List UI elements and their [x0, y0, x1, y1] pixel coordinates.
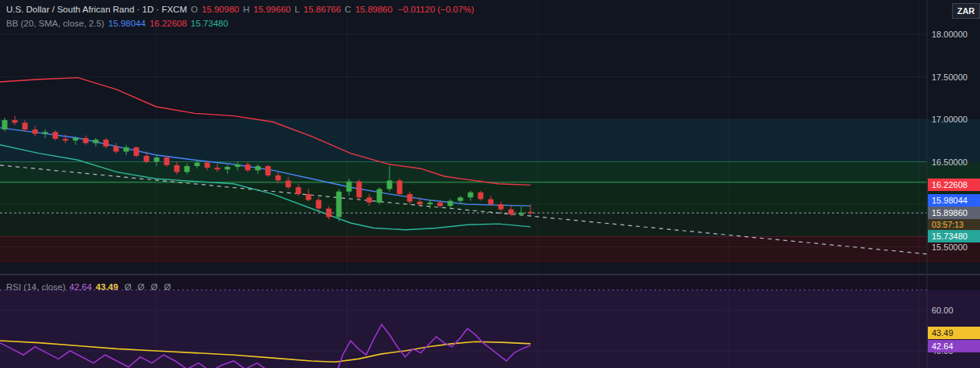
open-label: O	[191, 5, 198, 14]
chart-overlay: U.S. Dollar / South African Rand · 1D · …	[0, 0, 980, 368]
rsi-badge-rsi: 42.64	[928, 340, 980, 352]
bb-basis-value: 15.98044	[108, 19, 146, 28]
price-axis-tick: 17.50000	[932, 72, 968, 83]
rsi-hidden-value-icon: Ø	[164, 282, 171, 292]
change-value: −0.01120 (−0.07%)	[398, 5, 474, 14]
price-badge-bb-upper: 16.22608	[928, 179, 980, 191]
bb-lower-value: 15.73480	[191, 19, 228, 28]
rsi-ma-value: 43.49	[96, 282, 118, 292]
price-axis-tick: 18.00000	[932, 29, 968, 40]
rsi-hidden-value-icon: Ø	[151, 282, 158, 292]
symbol-legend[interactable]: U.S. Dollar / South African Rand · 1D · …	[6, 5, 474, 14]
low-label: L	[294, 5, 299, 14]
price-axis-tick: 16.50000	[932, 157, 968, 168]
price-axis-currency-label[interactable]: ZAR	[952, 3, 980, 19]
high-value: 15.99660	[253, 5, 291, 14]
price-badge-bb-basis: 15.98044	[928, 194, 980, 207]
bb-indicator-legend[interactable]: BB (20, SMA, close, 2.5) 15.98044 16.226…	[6, 19, 228, 28]
bb-upper-value: 16.22608	[150, 19, 187, 28]
rsi-label[interactable]: RSI (14, close)	[6, 282, 65, 292]
last-price-countdown: 03:57:13	[928, 219, 980, 230]
low-value: 15.86766	[304, 5, 341, 14]
rsi-hidden-value-icon: Ø	[138, 282, 145, 292]
rsi-axis-tick: 60.00	[932, 305, 954, 316]
close-value: 15.89860	[355, 5, 393, 14]
price-axis-tick: 17.00000	[932, 114, 968, 125]
price-badge-bb-lower: 15.73480	[928, 230, 980, 242]
price-axis-tick: 15.50000	[932, 242, 968, 253]
chart-window: U.S. Dollar / South African Rand · 1D · …	[0, 0, 980, 368]
rsi-hidden-value-icon: Ø	[125, 282, 132, 292]
bb-label[interactable]: BB (20, SMA, close, 2.5)	[6, 19, 104, 28]
rsi-indicator-legend[interactable]: RSI (14, close) 42.64 43.49 Ø Ø Ø Ø	[6, 282, 171, 292]
close-label: C	[345, 5, 351, 14]
high-label: H	[243, 5, 249, 14]
rsi-badge-rsi-ma: 43.49	[928, 327, 980, 339]
open-value: 15.90980	[202, 5, 239, 14]
rsi-value: 42.64	[69, 282, 92, 292]
symbol-title[interactable]: U.S. Dollar / South African Rand · 1D · …	[6, 5, 187, 14]
price-badge-last-price: 15.89860	[928, 207, 980, 219]
